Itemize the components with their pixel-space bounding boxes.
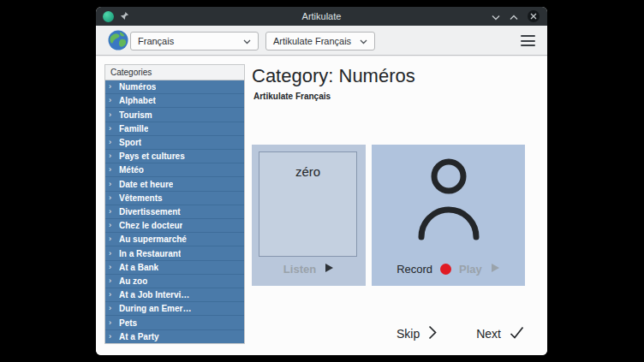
sidebar-item-11[interactable]: › Chez le docteur — [105, 219, 244, 233]
sidebar-item-8[interactable]: › Date et heure — [105, 177, 244, 191]
sidebar-item-13[interactable]: › In a Restaurant — [105, 246, 244, 260]
sidebar-item-12[interactable]: › Au supermarché — [105, 233, 244, 246]
sidebar-item-label: Date et heure — [119, 180, 173, 189]
chevron-right-icon — [428, 325, 437, 342]
window-title: Artikulate — [96, 7, 547, 26]
app-icon[interactable] — [103, 11, 114, 22]
next-button[interactable]: Next — [476, 326, 524, 341]
sidebar-item-2[interactable]: › Alphabet — [105, 94, 244, 108]
desktop-background: Artikulate — [0, 0, 644, 362]
sidebar-item-3[interactable]: › Tourism — [105, 108, 244, 122]
titlebar[interactable]: Artikulate — [96, 7, 547, 26]
categories-panel: Categories › Numéros › Alphabet › Touris… — [104, 64, 245, 344]
record-card: Record Play — [372, 145, 525, 286]
chevron-right-icon: › — [109, 277, 115, 285]
content-area: Categories › Numéros › Alphabet › Touris… — [96, 56, 547, 355]
sidebar-item-19[interactable]: › At a Party — [105, 330, 244, 343]
chevron-right-icon: › — [109, 97, 115, 104]
play-button-label: Play — [459, 263, 482, 276]
check-icon — [510, 326, 524, 341]
chevron-right-icon: › — [109, 111, 115, 119]
chevron-down-icon — [243, 36, 251, 46]
sidebar-item-14[interactable]: › At a Bank — [105, 261, 244, 275]
category-list: › Numéros › Alphabet › Tourism › Famille… — [105, 80, 244, 343]
skip-button-label: Skip — [397, 327, 420, 341]
listen-button-label: Listen — [283, 263, 316, 276]
menu-button[interactable] — [521, 35, 535, 46]
toolbar: Français Artikulate Français — [96, 26, 547, 56]
sidebar-item-18[interactable]: › Pets — [105, 316, 244, 329]
phrase-text: zéro — [295, 164, 320, 256]
sidebar-item-16[interactable]: › At a Job Intervi… — [105, 288, 244, 302]
sidebar-item-label: Vêtements — [119, 193, 163, 203]
chevron-right-icon: › — [109, 208, 115, 216]
globe-icon — [107, 29, 129, 55]
page-title: Category: Numéros — [252, 65, 415, 87]
phrase-card: zéro Listen — [252, 145, 366, 286]
sidebar-item-label: Tourism — [119, 110, 152, 120]
sidebar-item-7[interactable]: › Météo — [105, 163, 244, 177]
chevron-right-icon: › — [109, 194, 115, 202]
chevron-right-icon: › — [109, 291, 115, 299]
chevron-right-icon: › — [109, 139, 115, 146]
sidebar-item-label: In a Restaurant — [119, 249, 181, 258]
listen-play-icon[interactable] — [324, 261, 334, 276]
language-select[interactable]: Français — [130, 32, 259, 50]
sidebar-item-label: Au supermarché — [119, 234, 187, 244]
sidebar-item-15[interactable]: › Au zoo — [105, 275, 244, 288]
close-button[interactable] — [528, 10, 540, 22]
chevron-right-icon: › — [109, 235, 115, 243]
course-select[interactable]: Artikulate Français — [265, 32, 375, 50]
chevron-right-icon: › — [109, 125, 115, 133]
sidebar-item-label: Alphabet — [119, 96, 156, 105]
sidebar-item-label: Météo — [119, 165, 144, 175]
minimize-button[interactable] — [492, 9, 500, 24]
sidebar-item-label: At a Bank — [119, 263, 158, 272]
chevron-right-icon: › — [109, 264, 115, 271]
chevron-right-icon: › — [109, 305, 115, 312]
chevron-right-icon: › — [109, 181, 115, 188]
sidebar-item-5[interactable]: › Sport — [105, 136, 244, 150]
language-select-value: Français — [138, 36, 243, 46]
categories-header: Categories — [105, 65, 244, 80]
sidebar-item-label: At a Job Intervi… — [119, 290, 189, 300]
record-button-label: Record — [397, 263, 432, 276]
page-subtitle: Artikulate Français — [253, 92, 331, 101]
artikulate-window: Artikulate — [96, 7, 547, 355]
course-select-value: Artikulate Français — [273, 36, 360, 46]
sidebar-item-1[interactable]: › Numéros — [105, 80, 244, 94]
sidebar-item-label: Divertissement — [119, 207, 181, 217]
sidebar-item-label: Sport — [119, 138, 141, 147]
chevron-right-icon: › — [109, 222, 115, 229]
sidebar-item-label: Chez le docteur — [119, 221, 182, 230]
sidebar-item-10[interactable]: › Divertissement — [105, 205, 244, 219]
pin-icon[interactable] — [120, 9, 129, 24]
play-icon[interactable] — [490, 261, 500, 276]
sidebar-item-label: Famille — [119, 124, 148, 134]
sidebar-item-9[interactable]: › Vêtements — [105, 192, 244, 205]
chevron-down-icon — [360, 36, 367, 46]
chevron-right-icon: › — [109, 319, 115, 327]
bottom-nav: Skip Next — [397, 325, 524, 342]
sidebar-item-label: Au zoo — [119, 276, 147, 286]
chevron-right-icon: › — [109, 166, 115, 174]
chevron-right-icon: › — [109, 250, 115, 258]
sidebar-item-label: Numéros — [119, 82, 156, 92]
phrase-box: zéro — [259, 151, 357, 257]
chevron-right-icon: › — [109, 333, 115, 341]
sidebar-item-label: Pays et cultures — [119, 151, 185, 161]
chevron-right-icon: › — [109, 152, 115, 160]
next-button-label: Next — [476, 327, 501, 341]
maximize-button[interactable] — [510, 9, 518, 24]
record-button[interactable] — [440, 264, 451, 275]
sidebar-item-4[interactable]: › Famille — [105, 122, 244, 136]
sidebar-item-6[interactable]: › Pays et cultures — [105, 150, 244, 163]
skip-button[interactable]: Skip — [397, 325, 437, 342]
sidebar-item-label: During an Emer… — [119, 304, 191, 313]
sidebar-item-17[interactable]: › During an Emer… — [105, 302, 244, 316]
sidebar-item-label: Pets — [119, 318, 137, 328]
person-icon — [372, 155, 525, 240]
sidebar-item-label: At a Party — [119, 332, 159, 341]
chevron-right-icon: › — [109, 83, 115, 91]
